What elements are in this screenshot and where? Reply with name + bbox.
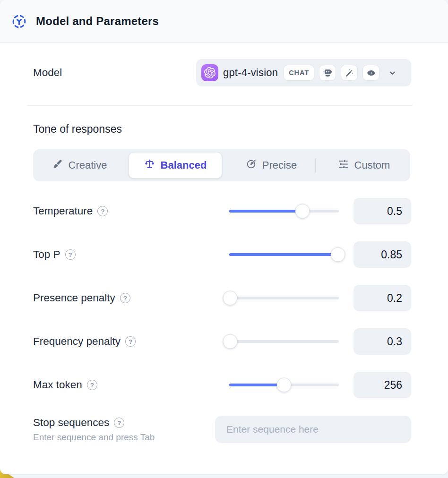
max-token-value[interactable]: 256 (353, 372, 411, 398)
temperature-value[interactable]: 0.5 (353, 198, 411, 224)
paintbrush-icon (52, 159, 63, 172)
frequency-penalty-label: Frequency penalty (33, 335, 121, 348)
tone-option-label: Precise (262, 159, 297, 171)
presence-penalty-value[interactable]: 0.2 (353, 285, 411, 311)
card-header: Model and Parameters (0, 0, 448, 43)
help-icon[interactable]: ? (120, 293, 130, 303)
model-parameters-panel: Model and Parameters Model gpt-4-vision … (0, 0, 448, 478)
max-token-label: Max token (33, 379, 82, 391)
tone-segmented-control: Creative Balanced (33, 149, 410, 181)
max-token-slider[interactable] (229, 377, 339, 393)
help-icon[interactable]: ? (87, 380, 97, 390)
presence-penalty-row: Presence penalty ? 0.2 (0, 276, 448, 320)
tone-heading: Tone of responses (33, 123, 411, 136)
stop-sequences-hint: Enter sequence and press Tab (33, 432, 215, 443)
balance-scale-icon (144, 159, 155, 172)
slider-thumb[interactable] (223, 334, 238, 349)
tone-option-creative[interactable]: Creative (33, 149, 126, 181)
model-parameters-icon (11, 14, 27, 29)
temperature-label: Temperature (33, 205, 93, 217)
tone-option-label: Custom (354, 159, 390, 171)
presence-penalty-label: Presence penalty (33, 292, 115, 304)
magic-wand-icon (341, 65, 358, 81)
model-label: Model (33, 67, 62, 79)
page-title: Model and Parameters (36, 15, 159, 28)
frequency-penalty-slider[interactable] (229, 333, 339, 350)
tone-option-custom[interactable]: Custom (318, 149, 410, 181)
target-icon (246, 159, 257, 172)
bot-icon (319, 65, 336, 81)
tone-option-label: Creative (69, 159, 107, 171)
temperature-row: Temperature ? 0.5 (0, 189, 448, 233)
help-icon[interactable]: ? (114, 418, 124, 428)
model-type-badge: CHAT (284, 65, 314, 81)
frequency-penalty-row: Frequency penalty ? 0.3 (0, 320, 448, 363)
sliders-icon (338, 159, 349, 172)
slider-thumb[interactable] (295, 204, 310, 219)
model-select-dropdown[interactable]: gpt-4-vision CHAT (196, 59, 411, 86)
tone-option-label: Balanced (161, 159, 207, 171)
top-p-value[interactable]: 0.85 (353, 241, 411, 268)
top-p-label: Top P (33, 248, 60, 261)
section-divider (27, 105, 413, 106)
slider-fill (229, 210, 302, 213)
help-icon[interactable]: ? (97, 206, 108, 216)
slider-thumb[interactable] (330, 248, 345, 262)
stop-sequence-input[interactable] (215, 416, 411, 443)
temperature-slider[interactable] (229, 203, 339, 219)
tone-option-balanced[interactable]: Balanced (129, 152, 222, 179)
slider-thumb[interactable] (277, 378, 292, 393)
slider-fill (229, 384, 284, 386)
model-row: Model gpt-4-vision CHAT (0, 59, 448, 86)
slider-fill (229, 253, 338, 256)
slider-thumb[interactable] (223, 291, 238, 306)
slider-track[interactable] (229, 340, 339, 343)
top-p-row: Top P ? 0.85 (0, 233, 448, 276)
stop-sequences-row: Stop sequences ? Enter sequence and pres… (0, 416, 448, 443)
segment-divider (315, 158, 316, 172)
presence-penalty-slider[interactable] (229, 290, 339, 306)
slider-track[interactable] (229, 297, 339, 299)
help-icon[interactable]: ? (65, 249, 76, 260)
frequency-penalty-value[interactable]: 0.3 (353, 328, 411, 355)
selected-model-name: gpt-4-vision (223, 67, 278, 79)
stop-sequences-label: Stop sequences (33, 417, 109, 429)
top-p-slider[interactable] (229, 247, 339, 263)
tone-option-precise[interactable]: Precise (225, 149, 318, 181)
chevron-down-icon[interactable] (388, 68, 397, 77)
openai-logo (201, 64, 218, 81)
model-parameters-card: Model and Parameters Model gpt-4-vision … (0, 0, 448, 474)
max-token-row: Max token ? 256 (0, 363, 448, 407)
help-icon[interactable]: ? (125, 336, 136, 347)
vision-eye-icon (362, 65, 379, 81)
